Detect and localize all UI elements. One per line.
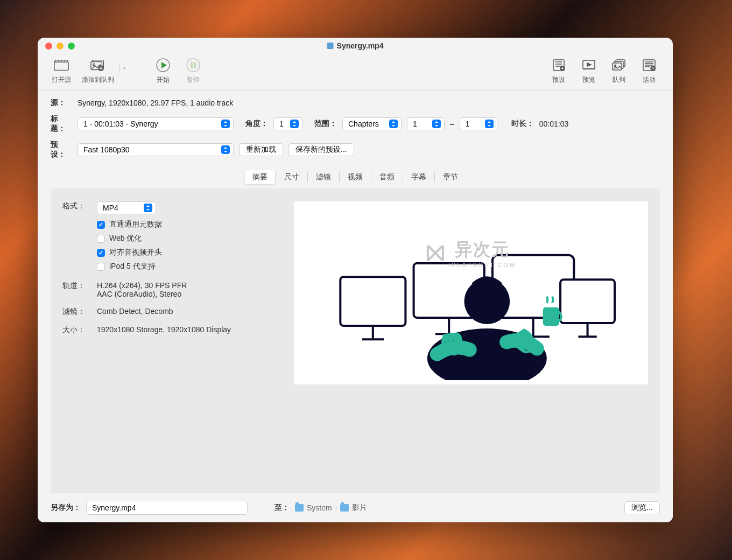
range-from-value: 1 bbox=[413, 120, 417, 128]
folder-icon bbox=[295, 504, 304, 512]
svg-rect-21 bbox=[561, 279, 615, 323]
angle-label: 角度： bbox=[245, 119, 268, 129]
chevron-updown-icon bbox=[432, 120, 441, 128]
app-window: Synergy.mp4 打开源 添加到队列 ⌄ bbox=[38, 38, 673, 522]
svg-rect-18 bbox=[341, 277, 406, 326]
tab-dimensions[interactable]: 尺寸 bbox=[277, 170, 307, 184]
toolbar: 打开源 添加到队列 ⌄ 开始 bbox=[38, 54, 673, 90]
add-to-queue-button[interactable]: 添加到队列 bbox=[76, 57, 119, 85]
angle-value: 1 bbox=[279, 120, 284, 128]
open-source-button[interactable]: 打开源 bbox=[46, 57, 76, 85]
presets-icon bbox=[549, 57, 568, 73]
start-label: 开始 bbox=[157, 75, 170, 85]
format-value: MP4 bbox=[103, 204, 118, 212]
ipod5-checkbox[interactable]: iPod 5 代支持 bbox=[97, 262, 278, 271]
angle-combo[interactable]: 1 bbox=[273, 117, 302, 130]
presets-label: 预设 bbox=[552, 75, 565, 85]
title-combo-value: 1 - 00:01:03 - Synergy bbox=[83, 120, 158, 128]
svg-rect-0 bbox=[54, 62, 68, 70]
queue-button[interactable]: 队列 bbox=[604, 57, 634, 85]
preview-illustration bbox=[302, 206, 639, 380]
to-label: 至： bbox=[274, 503, 290, 513]
window-close-button[interactable] bbox=[45, 43, 52, 50]
size-value: 1920x1080 Storage, 1920x1080 Display bbox=[97, 325, 278, 335]
tab-audio[interactable]: 音频 bbox=[372, 170, 402, 184]
save-preset-button[interactable]: 保存新的预设... bbox=[288, 143, 354, 156]
chevron-updown-icon bbox=[485, 120, 494, 128]
checkbox-checked-icon bbox=[97, 221, 105, 229]
duration-value: 00:01:03 bbox=[539, 120, 569, 128]
content-area: 源： Synergy, 1920x1080, 29.97 FPS, 1 audi… bbox=[38, 90, 673, 493]
watermark-logo-icon bbox=[426, 243, 445, 263]
svg-rect-8 bbox=[194, 62, 196, 68]
open-source-label: 打开源 bbox=[52, 75, 71, 85]
clapperboard-icon bbox=[52, 57, 71, 73]
save-as-input[interactable] bbox=[86, 501, 248, 515]
svg-point-6 bbox=[187, 59, 200, 72]
chevron-updown-icon bbox=[290, 120, 299, 128]
tab-filters[interactable]: 滤镜 bbox=[308, 170, 339, 184]
pause-button[interactable]: 暂停 bbox=[178, 57, 208, 85]
size-label: 大小： bbox=[62, 325, 88, 335]
queue-label: 队列 bbox=[613, 75, 625, 85]
align-av-checkbox[interactable]: 对齐音视频开头 bbox=[97, 248, 278, 257]
format-combo[interactable]: MP4 bbox=[97, 201, 156, 214]
chevron-right-icon: › bbox=[335, 505, 337, 511]
passthrough-checkbox[interactable]: 直通通用元数据 bbox=[97, 220, 278, 229]
folder-icon bbox=[340, 504, 349, 512]
activity-label: 活动 bbox=[643, 75, 656, 85]
preview-icon bbox=[579, 57, 599, 73]
queue-icon bbox=[609, 57, 629, 73]
pause-label: 暂停 bbox=[187, 75, 200, 85]
preview-thumbnail: 异次元 IPLAYSOFT.COM bbox=[294, 201, 648, 384]
pause-icon bbox=[184, 57, 203, 73]
preview-label: 预览 bbox=[582, 75, 595, 85]
range-mode-value: Chapters bbox=[348, 120, 379, 128]
preview-button[interactable]: 预览 bbox=[574, 57, 604, 85]
tab-summary[interactable]: 摘要 bbox=[245, 170, 275, 184]
svg-rect-22 bbox=[544, 308, 558, 324]
watermark: 异次元 IPLAYSOFT.COM bbox=[426, 238, 516, 268]
chevron-updown-icon bbox=[144, 204, 152, 212]
play-icon bbox=[153, 57, 173, 73]
window-minimize-button[interactable] bbox=[57, 43, 64, 50]
range-mode-combo[interactable]: Chapters bbox=[342, 117, 402, 130]
duration-label: 时长： bbox=[511, 119, 534, 129]
reload-preset-button[interactable]: 重新加载 bbox=[239, 143, 283, 156]
title-label: 标题： bbox=[51, 114, 72, 134]
tab-chapters[interactable]: 章节 bbox=[435, 170, 466, 184]
activity-button[interactable]: 活动 bbox=[634, 57, 664, 85]
traffic-lights bbox=[45, 43, 75, 50]
range-from-combo[interactable]: 1 bbox=[407, 117, 445, 130]
checkbox-checked-icon bbox=[97, 249, 105, 257]
title-combo[interactable]: 1 - 00:01:03 - Synergy bbox=[78, 117, 234, 130]
summary-panel: 格式： MP4 直通通用元数据 Web 优化 对齐音视频开头 iPod 5 代支… bbox=[51, 188, 660, 493]
chevron-updown-icon bbox=[221, 145, 230, 154]
range-to-value: 1 bbox=[466, 120, 470, 128]
source-label: 源： bbox=[51, 98, 72, 108]
presets-button[interactable]: 预设 bbox=[544, 57, 574, 85]
range-separator: – bbox=[450, 120, 454, 128]
save-as-label: 另存为： bbox=[51, 503, 81, 513]
checkbox-icon bbox=[97, 263, 105, 271]
window-title-text: Synergy.mp4 bbox=[337, 41, 384, 50]
start-button[interactable]: 开始 bbox=[148, 57, 178, 85]
add-to-queue-dropdown[interactable]: ⌄ bbox=[119, 63, 126, 72]
filters-value: Comb Detect, Decomb bbox=[97, 307, 278, 317]
tab-video[interactable]: 视频 bbox=[340, 170, 370, 184]
browse-button[interactable]: 浏览... bbox=[624, 501, 660, 514]
destination-path[interactable]: System › 影片 bbox=[295, 503, 367, 513]
web-optimize-checkbox[interactable]: Web 优化 bbox=[97, 234, 278, 243]
window-zoom-button[interactable] bbox=[68, 43, 75, 50]
titlebar: Synergy.mp4 bbox=[38, 38, 673, 54]
tab-subtitles[interactable]: 字幕 bbox=[404, 170, 434, 184]
footer: 另存为： 至： System › 影片 浏览... bbox=[38, 493, 673, 522]
range-to-combo[interactable]: 1 bbox=[460, 117, 497, 130]
activity-icon bbox=[639, 57, 659, 73]
filters-label: 滤镜： bbox=[62, 307, 88, 317]
tracks-label: 轨道： bbox=[62, 281, 88, 298]
preset-combo[interactable]: Fast 1080p30 bbox=[78, 143, 234, 156]
preset-value: Fast 1080p30 bbox=[83, 145, 130, 154]
checkbox-icon bbox=[97, 235, 105, 243]
svg-rect-7 bbox=[191, 62, 193, 68]
